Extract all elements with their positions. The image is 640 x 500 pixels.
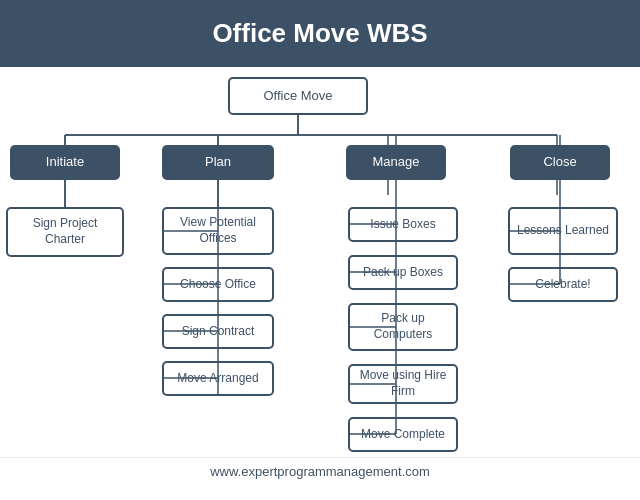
footer: www.expertprogrammanagement.com bbox=[0, 457, 640, 485]
move-using-hire-firm-node: Move using Hire Firm bbox=[348, 364, 458, 404]
header: Office Move WBS bbox=[0, 0, 640, 67]
sign-contract-node: Sign Contract bbox=[162, 314, 274, 349]
diagram-area: Office Move Initiate Plan Manage Close S… bbox=[0, 67, 640, 457]
view-potential-offices-node: View Potential Offices bbox=[162, 207, 274, 255]
initiate-node: Initiate bbox=[10, 145, 120, 180]
lessons-learned-node: Lessons Learned bbox=[508, 207, 618, 255]
choose-office-node: Choose Office bbox=[162, 267, 274, 302]
connectors-svg bbox=[0, 67, 640, 457]
footer-url: www.expertprogrammanagement.com bbox=[210, 464, 430, 479]
celebrate-node: Celebrate! bbox=[508, 267, 618, 302]
manage-node: Manage bbox=[346, 145, 446, 180]
close-node: Close bbox=[510, 145, 610, 180]
sign-project-charter-node: Sign Project Charter bbox=[6, 207, 124, 257]
pack-up-boxes-node: Pack up Boxes bbox=[348, 255, 458, 290]
page-title: Office Move WBS bbox=[212, 18, 427, 48]
pack-up-computers-node: Pack up Computers bbox=[348, 303, 458, 351]
move-complete-node: Move Complete bbox=[348, 417, 458, 452]
issue-boxes-node: Issue Boxes bbox=[348, 207, 458, 242]
plan-node: Plan bbox=[162, 145, 274, 180]
move-arranged-node: Move Arranged bbox=[162, 361, 274, 396]
root-node: Office Move bbox=[228, 77, 368, 115]
connectors-overlay bbox=[0, 67, 640, 457]
